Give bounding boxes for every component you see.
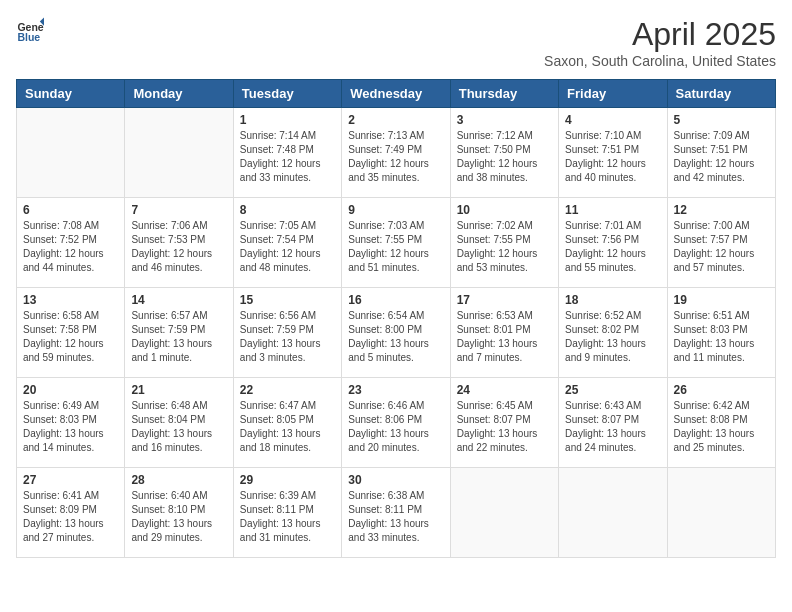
calendar-cell-w3-d5: 18Sunrise: 6:52 AM Sunset: 8:02 PM Dayli… [559,288,667,378]
day-info: Sunrise: 6:43 AM Sunset: 8:07 PM Dayligh… [565,399,660,455]
day-info: Sunrise: 7:09 AM Sunset: 7:51 PM Dayligh… [674,129,769,185]
day-info: Sunrise: 7:03 AM Sunset: 7:55 PM Dayligh… [348,219,443,275]
day-number: 25 [565,383,660,397]
day-number: 4 [565,113,660,127]
calendar-cell-w2-d5: 11Sunrise: 7:01 AM Sunset: 7:56 PM Dayli… [559,198,667,288]
day-number: 3 [457,113,552,127]
day-number: 11 [565,203,660,217]
col-saturday: Saturday [667,80,775,108]
calendar-header-row: Sunday Monday Tuesday Wednesday Thursday… [17,80,776,108]
calendar-cell-w1-d5: 4Sunrise: 7:10 AM Sunset: 7:51 PM Daylig… [559,108,667,198]
day-info: Sunrise: 7:06 AM Sunset: 7:53 PM Dayligh… [131,219,226,275]
calendar-cell-w2-d2: 8Sunrise: 7:05 AM Sunset: 7:54 PM Daylig… [233,198,341,288]
day-number: 19 [674,293,769,307]
calendar-cell-w4-d3: 23Sunrise: 6:46 AM Sunset: 8:06 PM Dayli… [342,378,450,468]
day-number: 7 [131,203,226,217]
day-number: 5 [674,113,769,127]
day-info: Sunrise: 6:48 AM Sunset: 8:04 PM Dayligh… [131,399,226,455]
calendar-cell-w4-d2: 22Sunrise: 6:47 AM Sunset: 8:05 PM Dayli… [233,378,341,468]
col-thursday: Thursday [450,80,558,108]
calendar-cell-w1-d3: 2Sunrise: 7:13 AM Sunset: 7:49 PM Daylig… [342,108,450,198]
day-info: Sunrise: 7:01 AM Sunset: 7:56 PM Dayligh… [565,219,660,275]
day-number: 16 [348,293,443,307]
day-number: 9 [348,203,443,217]
day-number: 24 [457,383,552,397]
day-info: Sunrise: 7:00 AM Sunset: 7:57 PM Dayligh… [674,219,769,275]
day-number: 20 [23,383,118,397]
logo: General Blue [16,16,44,44]
col-wednesday: Wednesday [342,80,450,108]
day-number: 29 [240,473,335,487]
day-info: Sunrise: 6:52 AM Sunset: 8:02 PM Dayligh… [565,309,660,365]
day-info: Sunrise: 6:53 AM Sunset: 8:01 PM Dayligh… [457,309,552,365]
calendar-cell-w5-d5 [559,468,667,558]
day-info: Sunrise: 6:56 AM Sunset: 7:59 PM Dayligh… [240,309,335,365]
col-monday: Monday [125,80,233,108]
day-info: Sunrise: 7:08 AM Sunset: 7:52 PM Dayligh… [23,219,118,275]
page-subtitle: Saxon, South Carolina, United States [544,53,776,69]
calendar-cell-w1-d6: 5Sunrise: 7:09 AM Sunset: 7:51 PM Daylig… [667,108,775,198]
day-info: Sunrise: 6:42 AM Sunset: 8:08 PM Dayligh… [674,399,769,455]
calendar-cell-w3-d4: 17Sunrise: 6:53 AM Sunset: 8:01 PM Dayli… [450,288,558,378]
day-info: Sunrise: 6:46 AM Sunset: 8:06 PM Dayligh… [348,399,443,455]
day-info: Sunrise: 6:54 AM Sunset: 8:00 PM Dayligh… [348,309,443,365]
day-number: 6 [23,203,118,217]
calendar-cell-w3-d0: 13Sunrise: 6:58 AM Sunset: 7:58 PM Dayli… [17,288,125,378]
day-number: 2 [348,113,443,127]
day-number: 18 [565,293,660,307]
col-tuesday: Tuesday [233,80,341,108]
svg-text:Blue: Blue [17,31,40,43]
calendar-cell-w4-d5: 25Sunrise: 6:43 AM Sunset: 8:07 PM Dayli… [559,378,667,468]
day-number: 28 [131,473,226,487]
calendar-cell-w5-d4 [450,468,558,558]
calendar-cell-w4-d1: 21Sunrise: 6:48 AM Sunset: 8:04 PM Dayli… [125,378,233,468]
day-info: Sunrise: 6:38 AM Sunset: 8:11 PM Dayligh… [348,489,443,545]
calendar-week-2: 6Sunrise: 7:08 AM Sunset: 7:52 PM Daylig… [17,198,776,288]
day-number: 23 [348,383,443,397]
calendar-cell-w2-d3: 9Sunrise: 7:03 AM Sunset: 7:55 PM Daylig… [342,198,450,288]
calendar-cell-w3-d3: 16Sunrise: 6:54 AM Sunset: 8:00 PM Dayli… [342,288,450,378]
day-number: 1 [240,113,335,127]
day-info: Sunrise: 6:58 AM Sunset: 7:58 PM Dayligh… [23,309,118,365]
calendar-cell-w3-d1: 14Sunrise: 6:57 AM Sunset: 7:59 PM Dayli… [125,288,233,378]
day-number: 12 [674,203,769,217]
col-sunday: Sunday [17,80,125,108]
calendar-cell-w5-d2: 29Sunrise: 6:39 AM Sunset: 8:11 PM Dayli… [233,468,341,558]
calendar-cell-w2-d0: 6Sunrise: 7:08 AM Sunset: 7:52 PM Daylig… [17,198,125,288]
day-info: Sunrise: 6:49 AM Sunset: 8:03 PM Dayligh… [23,399,118,455]
calendar-cell-w4-d6: 26Sunrise: 6:42 AM Sunset: 8:08 PM Dayli… [667,378,775,468]
calendar-cell-w1-d0 [17,108,125,198]
title-area: April 2025 Saxon, South Carolina, United… [544,16,776,69]
calendar-cell-w3-d6: 19Sunrise: 6:51 AM Sunset: 8:03 PM Dayli… [667,288,775,378]
day-info: Sunrise: 6:47 AM Sunset: 8:05 PM Dayligh… [240,399,335,455]
day-info: Sunrise: 6:45 AM Sunset: 8:07 PM Dayligh… [457,399,552,455]
day-info: Sunrise: 7:02 AM Sunset: 7:55 PM Dayligh… [457,219,552,275]
calendar-table: Sunday Monday Tuesday Wednesday Thursday… [16,79,776,558]
day-number: 22 [240,383,335,397]
header: General Blue April 2025 Saxon, South Car… [16,16,776,69]
day-info: Sunrise: 7:10 AM Sunset: 7:51 PM Dayligh… [565,129,660,185]
day-number: 14 [131,293,226,307]
calendar-cell-w5-d6 [667,468,775,558]
calendar-cell-w5-d1: 28Sunrise: 6:40 AM Sunset: 8:10 PM Dayli… [125,468,233,558]
calendar-week-4: 20Sunrise: 6:49 AM Sunset: 8:03 PM Dayli… [17,378,776,468]
calendar-cell-w2-d6: 12Sunrise: 7:00 AM Sunset: 7:57 PM Dayli… [667,198,775,288]
day-info: Sunrise: 6:40 AM Sunset: 8:10 PM Dayligh… [131,489,226,545]
calendar-cell-w3-d2: 15Sunrise: 6:56 AM Sunset: 7:59 PM Dayli… [233,288,341,378]
calendar-week-1: 1Sunrise: 7:14 AM Sunset: 7:48 PM Daylig… [17,108,776,198]
calendar-cell-w1-d4: 3Sunrise: 7:12 AM Sunset: 7:50 PM Daylig… [450,108,558,198]
day-number: 21 [131,383,226,397]
day-info: Sunrise: 7:12 AM Sunset: 7:50 PM Dayligh… [457,129,552,185]
day-number: 30 [348,473,443,487]
day-info: Sunrise: 6:51 AM Sunset: 8:03 PM Dayligh… [674,309,769,365]
day-number: 8 [240,203,335,217]
day-number: 26 [674,383,769,397]
calendar-cell-w2-d1: 7Sunrise: 7:06 AM Sunset: 7:53 PM Daylig… [125,198,233,288]
day-info: Sunrise: 7:05 AM Sunset: 7:54 PM Dayligh… [240,219,335,275]
day-number: 27 [23,473,118,487]
day-info: Sunrise: 7:14 AM Sunset: 7:48 PM Dayligh… [240,129,335,185]
day-info: Sunrise: 6:39 AM Sunset: 8:11 PM Dayligh… [240,489,335,545]
day-number: 13 [23,293,118,307]
day-info: Sunrise: 6:57 AM Sunset: 7:59 PM Dayligh… [131,309,226,365]
day-number: 15 [240,293,335,307]
